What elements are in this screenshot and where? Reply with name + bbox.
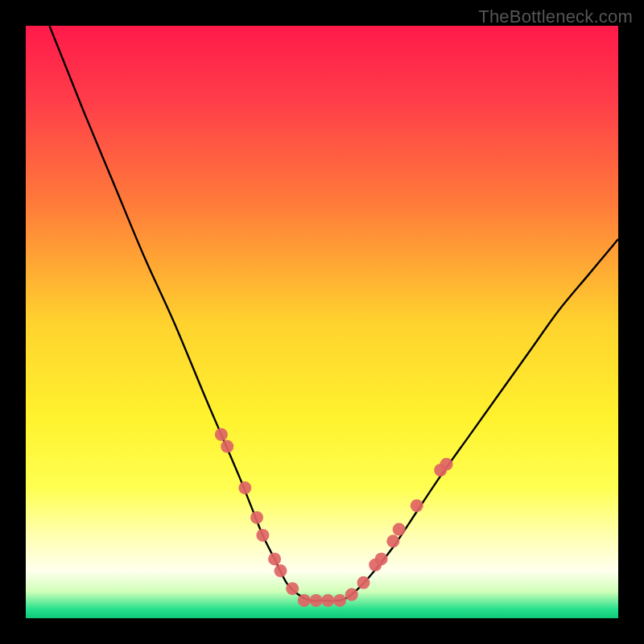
marker-point [268,552,281,565]
marker-point [411,499,423,512]
marker-point [375,552,388,565]
marker-point [357,576,370,589]
marker-point [310,594,323,607]
marker-point [321,594,334,607]
marker-point [238,481,251,494]
marker-point [274,564,287,577]
plot-svg [26,26,618,618]
chart-container: TheBottleneck.com [0,0,644,644]
marker-point [440,458,453,471]
gradient-background [26,26,618,618]
marker-point [256,529,269,542]
marker-point [333,594,346,607]
watermark-text: TheBottleneck.com [478,6,633,27]
marker-point [215,428,228,441]
plot-area [26,26,618,618]
marker-point [345,588,358,601]
marker-point [393,523,406,536]
marker-point [298,594,311,607]
marker-point [386,535,399,547]
marker-point [221,440,233,453]
marker-point [250,511,263,524]
marker-point [286,582,299,595]
